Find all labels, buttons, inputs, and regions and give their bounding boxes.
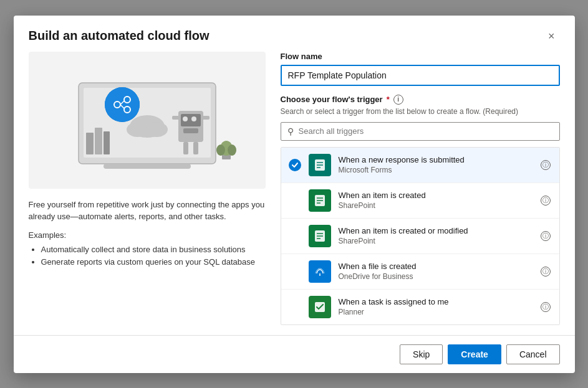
modal: Build an automated cloud flow × xyxy=(14,16,575,373)
trigger-section-label: Choose your flow's trigger * i xyxy=(281,95,560,105)
svg-rect-21 xyxy=(104,164,191,169)
trigger-text-1: When a new response is submitted Microso… xyxy=(339,155,532,174)
svg-rect-3 xyxy=(95,128,102,154)
modal-title: Build an automated cloud flow xyxy=(29,29,210,43)
svg-rect-14 xyxy=(202,116,210,120)
svg-rect-12 xyxy=(183,128,198,133)
trigger-info-icon-3: ⓘ xyxy=(541,231,551,241)
svg-point-11 xyxy=(191,116,196,121)
trigger-info-btn-2[interactable]: ⓘ xyxy=(539,194,552,207)
trigger-info-icon-1: ⓘ xyxy=(541,160,551,170)
examples-label: Examples: xyxy=(29,230,266,240)
modal-footer: Skip Create Cancel xyxy=(14,335,575,373)
trigger-info-icon-2: ⓘ xyxy=(541,196,551,206)
trigger-item-2[interactable]: When an item is created SharePoint ⓘ xyxy=(281,183,559,219)
modal-header: Build an automated cloud flow × xyxy=(14,16,575,52)
description-text: Free yourself from repetitive work just … xyxy=(29,199,266,223)
skip-button[interactable]: Skip xyxy=(400,344,443,364)
trigger-info-icon[interactable]: i xyxy=(393,95,403,105)
svg-rect-2 xyxy=(86,133,94,154)
right-panel: Flow name Choose your flow's trigger * i… xyxy=(281,52,560,325)
trigger-info-icon-5: ⓘ xyxy=(541,302,551,312)
trigger-info-btn-3[interactable]: ⓘ xyxy=(539,229,552,242)
example-item-2: Generate reports via custom queries on y… xyxy=(41,256,266,269)
trigger-text-4: When a file is created OneDrive for Busi… xyxy=(339,262,532,281)
search-box: ⚲ xyxy=(281,122,560,141)
modal-body: Free yourself from repetitive work just … xyxy=(14,52,575,335)
svg-point-20 xyxy=(228,144,236,156)
trigger-info-btn-1[interactable]: ⓘ xyxy=(539,158,552,171)
svg-point-23 xyxy=(105,87,140,122)
trigger-item-1[interactable]: When a new response is submitted Microso… xyxy=(281,148,559,183)
cancel-button[interactable]: Cancel xyxy=(506,344,560,364)
trigger-info-btn-5[interactable]: ⓘ xyxy=(539,300,552,313)
trigger-icon-3 xyxy=(309,225,331,247)
trigger-item-3[interactable]: When an item is created or modified Shar… xyxy=(281,219,559,254)
trigger-info-btn-4[interactable]: ⓘ xyxy=(539,265,552,278)
create-button[interactable]: Create xyxy=(448,344,501,364)
required-star: * xyxy=(387,95,390,104)
svg-point-19 xyxy=(216,144,225,156)
example-item-1: Automatically collect and store data in … xyxy=(41,244,266,257)
trigger-item-5[interactable]: When a task is assigned to me Planner ⓘ xyxy=(281,290,559,324)
svg-point-7 xyxy=(145,122,168,137)
trigger-icon-1 xyxy=(309,154,331,176)
close-button[interactable]: × xyxy=(543,28,560,44)
svg-rect-4 xyxy=(104,131,110,154)
check-icon-1 xyxy=(289,159,301,171)
trigger-info-icon-4: ⓘ xyxy=(541,267,551,277)
svg-rect-13 xyxy=(172,116,180,120)
trigger-label-text: Choose your flow's trigger xyxy=(281,95,383,104)
trigger-icon-5 xyxy=(309,296,331,318)
svg-point-10 xyxy=(183,116,188,121)
examples-list: Automatically collect and store data in … xyxy=(29,244,266,270)
triggers-list: When a new response is submitted Microso… xyxy=(281,147,560,325)
trigger-icon-2 xyxy=(309,189,331,212)
trigger-icon-4 xyxy=(309,260,331,283)
svg-rect-16 xyxy=(193,142,198,154)
trigger-text-2: When an item is created SharePoint xyxy=(339,191,532,210)
trigger-hint: Search or select a trigger from the list… xyxy=(281,107,560,116)
flow-name-label: Flow name xyxy=(281,52,560,61)
svg-rect-15 xyxy=(183,142,188,154)
trigger-text-3: When an item is created or modified Shar… xyxy=(339,226,532,245)
flow-name-input[interactable] xyxy=(281,65,560,86)
trigger-item-4[interactable]: When a file is created OneDrive for Busi… xyxy=(281,254,559,290)
left-panel: Free yourself from repetitive work just … xyxy=(29,52,266,325)
search-icon: ⚲ xyxy=(287,126,294,136)
modal-overlay: Build an automated cloud flow × xyxy=(0,0,588,388)
search-triggers-input[interactable] xyxy=(299,126,553,136)
illustration xyxy=(29,52,266,189)
trigger-text-5: When a task is assigned to me Planner xyxy=(339,297,532,316)
